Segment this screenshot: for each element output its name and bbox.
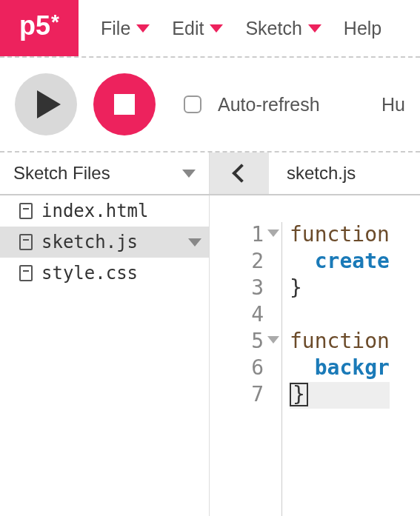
menu-edit[interactable]: Edit: [164, 18, 230, 39]
menu-help[interactable]: Help: [336, 18, 389, 39]
file-row[interactable]: style.css: [0, 258, 209, 289]
file-icon: [19, 203, 33, 219]
code-line[interactable]: backgr: [290, 355, 390, 382]
gutter-line: 5: [210, 329, 281, 355]
cursor: }: [290, 383, 308, 406]
code-line[interactable]: function: [290, 222, 390, 249]
code-keyword: function: [290, 222, 390, 247]
code-line[interactable]: function: [290, 329, 390, 355]
pane-header: Sketch Files sketch.js: [0, 153, 420, 195]
gutter-line: 2: [210, 249, 281, 275]
code-line[interactable]: create: [290, 249, 390, 275]
active-file-tab[interactable]: sketch.js: [269, 153, 420, 194]
file-name: index.html: [41, 201, 149, 221]
active-file-name: sketch.js: [287, 163, 356, 184]
logo-asterisk: *: [51, 10, 59, 34]
p5-logo: p5*: [0, 0, 79, 56]
menu-help-label: Help: [344, 18, 381, 39]
code-area[interactable]: function create}function backgr}: [282, 222, 390, 516]
code-keyword: function: [290, 329, 390, 353]
code-line[interactable]: }: [290, 275, 390, 302]
workspace: index.htmlsketch.jsstyle.css 1234567 fun…: [0, 195, 420, 516]
line-gutter: 1234567: [210, 222, 282, 516]
gutter-line: 1: [210, 222, 281, 249]
sketch-files-label: Sketch Files: [13, 163, 110, 184]
chevron-down-icon: [210, 24, 223, 33]
code-line[interactable]: }: [290, 382, 390, 409]
menu-file-label: File: [101, 18, 130, 39]
toolbar: Auto-refresh Hu: [0, 58, 420, 153]
menu-edit-label: Edit: [172, 18, 204, 39]
sketch-name[interactable]: Hu: [381, 94, 405, 115]
menu-file[interactable]: File: [93, 18, 157, 39]
auto-refresh-label: Auto-refresh: [218, 94, 320, 115]
gutter-line: 7: [210, 382, 281, 409]
play-button[interactable]: [15, 73, 77, 135]
code-function: backgr: [315, 355, 390, 380]
collapse-sidebar-button[interactable]: [210, 153, 269, 194]
logo-text: p5: [19, 10, 50, 41]
file-icon: [19, 234, 33, 250]
file-row[interactable]: index.html: [0, 195, 209, 227]
stop-icon: [114, 94, 135, 115]
play-icon: [37, 90, 61, 118]
chevron-down-icon: [136, 24, 150, 33]
fold-icon[interactable]: [267, 336, 279, 344]
gutter-line: 6: [210, 355, 281, 382]
stop-button[interactable]: [93, 73, 156, 135]
code-function: create: [315, 249, 390, 273]
file-list: index.htmlsketch.jsstyle.css: [0, 195, 210, 516]
menu-sketch-label: Sketch: [245, 18, 301, 39]
auto-refresh-checkbox[interactable]: [184, 96, 201, 113]
code-editor[interactable]: 1234567 function create}function backgr}: [210, 195, 420, 516]
file-row[interactable]: sketch.js: [0, 227, 209, 258]
menu-sketch[interactable]: Sketch: [238, 18, 328, 39]
file-name: sketch.js: [41, 232, 138, 252]
fold-icon[interactable]: [267, 229, 279, 237]
file-name: style.css: [41, 263, 138, 284]
file-icon: [19, 265, 33, 281]
menu-bar: File Edit Sketch Help: [79, 0, 420, 56]
gutter-line: 3: [210, 275, 281, 302]
chevron-down-icon[interactable]: [188, 238, 201, 247]
sketch-files-header[interactable]: Sketch Files: [0, 153, 210, 194]
gutter-line: 4: [210, 302, 281, 329]
chevron-left-icon: [232, 164, 250, 182]
code-line[interactable]: [290, 302, 390, 329]
top-menubar: p5* File Edit Sketch Help: [0, 0, 420, 58]
chevron-down-icon: [308, 24, 321, 33]
chevron-down-icon: [182, 170, 196, 178]
